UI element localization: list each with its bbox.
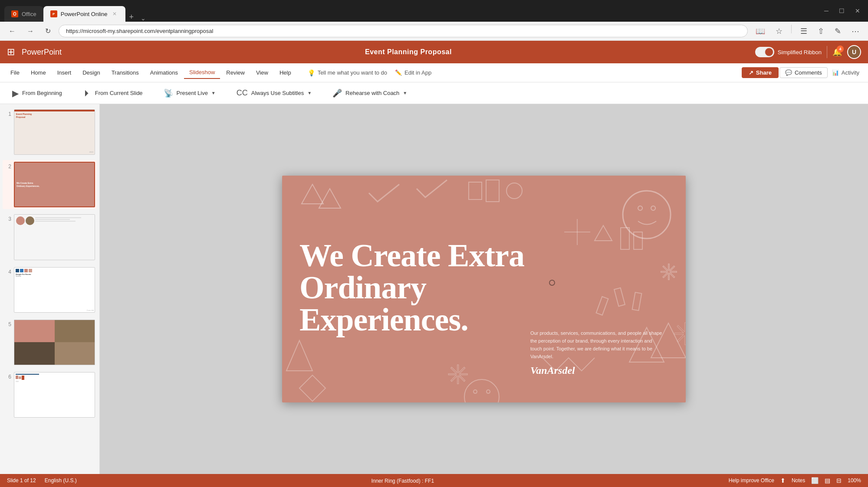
activity-button[interactable]: 📊 Activity: [829, 68, 863, 78]
zoom-percentage[interactable]: 100%: [848, 477, 861, 484]
app-name-label: PowerPoint: [22, 48, 62, 57]
svg-text:✳: ✳: [447, 360, 469, 389]
slide-view-icon-2[interactable]: ▤: [825, 477, 830, 484]
bookmark-icon[interactable]: ☆: [772, 25, 786, 38]
minimize-button[interactable]: ─: [821, 6, 832, 16]
present-live-dropdown-icon: ▼: [211, 91, 216, 95]
svg-rect-23: [614, 288, 625, 307]
slide-view-icon-3[interactable]: ⊟: [836, 477, 842, 484]
menu-item-file[interactable]: File: [5, 67, 25, 78]
menu-item-transitions[interactable]: Transitions: [106, 67, 144, 78]
address-bar[interactable]: https://microsoft-my.sharepoint.com/even…: [59, 25, 748, 37]
notification-button[interactable]: 🔔 4: [832, 47, 842, 57]
ppt-favicon: P: [50, 10, 57, 17]
comments-button[interactable]: 💬 Comments: [779, 67, 828, 78]
status-bar: Slide 1 of 12 English (U.S.) Inner Ring …: [0, 474, 868, 487]
slide-view-icon-1[interactable]: ⬜: [811, 477, 819, 484]
avatar-initial: U: [852, 49, 856, 56]
from-beginning-btn[interactable]: ▶ From Beginning: [9, 86, 66, 100]
toggle-switch[interactable]: [755, 47, 774, 57]
menu-item-slideshow[interactable]: Slideshow: [184, 66, 220, 79]
divider-header: [827, 46, 827, 58]
notes-status[interactable]: Notes: [792, 477, 805, 484]
edit-in-app-btn[interactable]: ✏️ Edit in App: [395, 69, 431, 76]
browser-more-icon[interactable]: ⋯: [848, 25, 863, 38]
edit-in-app-label: Edit in App: [404, 69, 431, 76]
close-window-button[interactable]: ✕: [852, 6, 864, 16]
collections-icon[interactable]: ☰: [797, 25, 811, 38]
share-icon: ↗: [749, 69, 753, 76]
coach-dropdown-icon: ▼: [403, 91, 407, 95]
feedback-icon[interactable]: ✎: [831, 25, 845, 38]
list-item[interactable]: 5: [3, 318, 97, 367]
comments-label: Comments: [795, 69, 822, 76]
list-item[interactable]: 2 We Create ExtraOrdinary Experiences.: [3, 160, 97, 209]
user-avatar[interactable]: U: [847, 45, 861, 59]
subtitles-icon: CC: [237, 88, 248, 98]
reader-view-icon[interactable]: 📖: [752, 25, 769, 38]
forward-button[interactable]: →: [23, 26, 37, 37]
language-status: English (U.S.): [45, 477, 77, 484]
svg-marker-19: [299, 375, 326, 401]
help-improve-status[interactable]: Help improve Office: [729, 477, 774, 484]
always-use-subtitles-btn[interactable]: CC Always Use Subtitles ▼: [233, 87, 315, 99]
from-current-label: From Current Slide: [95, 90, 143, 96]
back-button[interactable]: ←: [5, 26, 19, 37]
present-live-label: Present Live: [177, 90, 208, 96]
menu-item-home[interactable]: Home: [26, 67, 51, 78]
svg-marker-1: [319, 189, 341, 208]
tab-ppt[interactable]: P PowerPoint Online ✕: [43, 6, 126, 22]
office-favicon: O: [11, 10, 18, 17]
reload-button[interactable]: ↻: [42, 25, 54, 37]
from-current-slide-btn[interactable]: ⏵ From Current Slide: [79, 86, 146, 100]
svg-marker-18: [286, 340, 312, 371]
share-button[interactable]: ↗ Share: [742, 67, 779, 78]
comment-icon: 💬: [785, 69, 792, 76]
coach-icon: 🎤: [332, 88, 342, 98]
app-header: ⊞ PowerPoint Event Planning Proposal Sim…: [0, 41, 868, 63]
tab-close-icon[interactable]: ✕: [111, 10, 118, 18]
menu-item-design[interactable]: Design: [77, 67, 105, 78]
maximize-button[interactable]: ☐: [835, 6, 848, 16]
slide-6-number: 6: [4, 374, 11, 380]
tab-list-button[interactable]: ⌄: [137, 15, 149, 22]
svg-point-4: [506, 183, 522, 199]
ring-info-status: Inner Ring (Fastfood) : FF1: [371, 478, 434, 484]
simplified-ribbon-label: Simplified Ribbon: [778, 49, 822, 56]
list-item[interactable]: 3: [3, 212, 97, 261]
present-live-btn[interactable]: 📡 Present Live ▼: [160, 87, 219, 100]
slide-2-number: 2: [4, 163, 11, 170]
slide-5-number: 5: [4, 321, 11, 327]
present-live-icon: 📡: [164, 88, 173, 98]
slide-3-thumbnail: [14, 214, 95, 260]
activity-icon: 📊: [832, 69, 839, 76]
svg-marker-0: [302, 184, 323, 204]
tab-office-label: Office: [22, 11, 36, 17]
slide-3-number: 3: [4, 216, 11, 222]
svg-rect-3: [486, 180, 499, 202]
tell-me-label[interactable]: Tell me what you want to do: [318, 69, 387, 76]
slide-sub-text: Our products, services, communications, …: [530, 329, 665, 361]
svg-point-14: [464, 379, 499, 402]
menu-item-help[interactable]: Help: [274, 67, 296, 78]
menu-item-animations[interactable]: Animations: [145, 67, 183, 78]
rehearse-with-coach-btn[interactable]: 🎤 Rehearse with Coach ▼: [329, 87, 411, 100]
menu-item-view[interactable]: View: [251, 67, 273, 78]
svg-rect-22: [596, 297, 608, 315]
list-item[interactable]: 4 Google For Events Text here 2 min left: [3, 265, 97, 314]
notification-badge: 4: [837, 46, 844, 52]
slide-1-thumbnail: Event PlanningProposal 2019: [14, 109, 95, 155]
tab-office[interactable]: O Office: [4, 6, 43, 22]
svg-rect-2: [469, 182, 482, 199]
slide-title-line1: We Create Extra: [299, 239, 562, 271]
share-browser-icon[interactable]: ⇧: [814, 25, 828, 38]
main-slide[interactable]: ✳ ✳: [282, 176, 686, 402]
menu-item-review[interactable]: Review: [221, 67, 250, 78]
svg-rect-10: [634, 232, 642, 249]
new-tab-button[interactable]: +: [125, 13, 137, 22]
app-grid-icon[interactable]: ⊞: [7, 46, 15, 58]
list-item[interactable]: 6 2019: [3, 370, 97, 419]
simplified-ribbon-toggle[interactable]: Simplified Ribbon: [755, 47, 822, 57]
menu-item-insert[interactable]: Insert: [52, 67, 77, 78]
list-item[interactable]: 1 Event PlanningProposal 2019: [3, 108, 97, 157]
